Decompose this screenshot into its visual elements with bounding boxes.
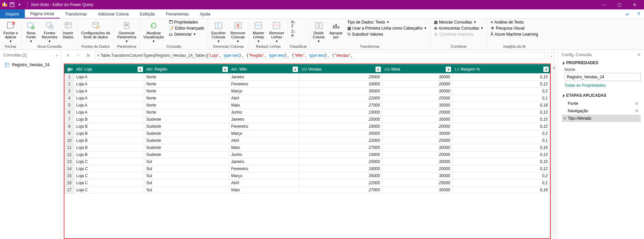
column-header[interactable]: 123Vendas▾ [299,65,382,74]
cell[interactable]: Sul [144,172,229,180]
cell[interactable]: 0,2 [452,88,550,95]
cell[interactable]: Fevereiro [229,81,299,88]
cell[interactable]: Loja A [74,102,144,109]
applied-step[interactable]: Navegação⚙ [562,107,641,115]
query-name-input[interactable] [564,73,641,81]
cell[interactable]: 0,15 [452,116,550,123]
sort-asc-button[interactable]: A↓Z [290,19,297,28]
cell[interactable]: Janeiro [229,116,299,123]
data-grid[interactable]: ▦▾ ABCLoja▾ABCRegião▾ABCMês▾123Vendas▾12… [64,64,550,238]
remove-rows-button[interactable]: Remover Linhas▼ [268,19,286,43]
cell[interactable]: 20000 [382,151,452,158]
table-row[interactable]: 6Loja ANorteJunho19000200000,13 [65,109,550,116]
table-row[interactable]: 7Loja BSudesteJaneiro25000300000,15 [65,116,550,123]
group-by-button[interactable]: Agrupar por [328,19,344,39]
minimize-button[interactable]: ─ [596,0,611,9]
enter-data-button[interactable]: Inserir Dados [61,19,76,39]
cell[interactable]: Junho [229,109,299,116]
cell[interactable]: 25000 [382,180,452,187]
cell[interactable]: 20000 [382,165,452,172]
cell[interactable]: Sudeste [144,130,229,137]
applied-step-selected[interactable]: Tipo Alterado [562,115,641,122]
filter-icon[interactable]: ▾ [293,67,298,72]
cell[interactable]: Norte [144,102,229,109]
formula-cancel-icon[interactable]: ✕ [64,52,72,59]
fx-icon[interactable]: fx [85,52,92,59]
cell[interactable]: 30000 [382,158,452,165]
qat-dropdown-icon[interactable]: ▼ [16,2,22,8]
cell[interactable]: Janeiro [229,74,299,81]
applied-step[interactable]: Fonte⚙ [562,100,641,107]
cell[interactable]: 25000 [382,95,452,102]
append-queries-button[interactable]: ⊕ Acrescentar Consultas ▼ [433,26,485,31]
merge-queries-button[interactable]: ▦ Mesclar Consultas ▼ [433,19,485,25]
cell[interactable]: 0,12 [452,123,550,130]
table-corner[interactable]: ▦▾ [65,65,74,74]
filter-icon[interactable]: ▾ [446,67,451,72]
table-row[interactable]: 15Loja CSulMarço35000300000,2 [65,172,550,180]
cell[interactable]: 0,2 [452,172,550,180]
column-header[interactable]: ABCRegião▾ [144,65,229,74]
cell[interactable]: 18000 [299,81,382,88]
cell[interactable]: Loja B [74,116,144,123]
cell[interactable]: 19000 [299,109,382,116]
tab-help[interactable]: Ajuda [195,9,216,18]
collapse-pane-icon[interactable]: ‹ [56,52,57,58]
table-row[interactable]: 14Loja CSulFevereiro18000200000,12 [65,165,550,172]
cell[interactable]: Loja A [74,109,144,116]
close-apply-button[interactable]: Fechar e Aplicar ▼ [2,19,19,43]
tab-home[interactable]: Página Inicial [25,9,60,18]
cell[interactable]: Sudeste [144,116,229,123]
tab-addcol[interactable]: Adicionar Coluna [93,9,134,18]
text-analytics-button[interactable]: ≡ Análise de Texto [489,19,540,25]
cell[interactable]: 0,18 [452,144,550,151]
delete-step-icon[interactable]: ✕ [563,116,566,121]
save-icon[interactable] [9,2,15,8]
table-row[interactable]: 12Loja BSudesteJunho19000200000,13 [65,151,550,158]
cell[interactable]: Março [229,130,299,137]
cell[interactable]: Sudeste [144,137,229,144]
cell[interactable]: 30000 [382,130,452,137]
gear-icon[interactable]: ⚙ [635,109,639,113]
cell[interactable]: 35000 [299,172,382,180]
table-row[interactable]: 3Loja ANorteMarço35000300000,2 [65,88,550,95]
cell[interactable]: 30000 [382,116,452,123]
cell[interactable]: 0,12 [452,165,550,172]
cell[interactable]: Loja C [74,187,144,194]
cell[interactable]: Fevereiro [229,123,299,130]
cell[interactable]: Sul [144,180,229,187]
cell[interactable]: Junho [229,151,299,158]
filter-icon[interactable]: ▾ [222,67,228,72]
table-row[interactable]: 10Loja BSudesteAbril22000250000,1 [65,137,550,144]
cell[interactable]: 0,13 [452,151,550,158]
column-header[interactable]: 1.2Margem %▾ [452,65,550,74]
cell[interactable]: Loja A [74,74,144,81]
cell[interactable]: 25000 [299,116,382,123]
tab-tools[interactable]: Ferramentas [161,9,195,18]
cell[interactable]: Abril [229,137,299,144]
advanced-editor-button[interactable]: 📝Editor Avançado [167,26,206,31]
table-row[interactable]: 16Loja CSulAbril22000250000,1 [65,180,550,187]
cell[interactable]: 0,1 [452,137,550,144]
table-row[interactable]: 1Loja ANorteJaneiro25000300000,15 [65,74,550,81]
table-row[interactable]: 5Loja ANorteMaio27000300000,18 [65,102,550,109]
cell[interactable]: Loja B [74,130,144,137]
formula-accept-icon[interactable]: ✓ [75,52,82,59]
cell[interactable]: Loja C [74,158,144,165]
table-row[interactable]: 8Loja BSudesteFevereiro18000200000,12 [65,123,550,130]
cell[interactable]: 18000 [299,165,382,172]
cell[interactable]: 25000 [299,74,382,81]
choose-cols-button[interactable]: Escolher Colunas▼ [210,19,227,43]
replace-values-button[interactable]: ½ Substituir Valores [346,32,428,37]
cell[interactable]: Sudeste [144,123,229,130]
cell[interactable]: 30000 [382,187,452,194]
cell[interactable]: 0,1 [452,180,550,187]
combine-files-button[interactable]: 🗎 Combinar Arquivos [433,32,485,37]
table-row[interactable]: 2Loja ANorteFevereiro18000200000,12 [65,81,550,88]
cell[interactable]: Norte [144,74,229,81]
cell[interactable]: 30000 [382,88,452,95]
cell[interactable]: Loja A [74,95,144,102]
cell[interactable]: Fevereiro [229,165,299,172]
azure-ml-button[interactable]: Å Azure Machine Learning [489,32,540,37]
tab-view[interactable]: Exibição [134,9,160,18]
